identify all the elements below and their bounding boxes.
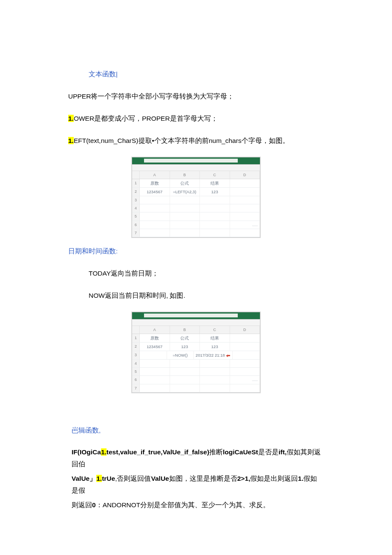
cell [140,196,170,204]
highlighted-number: 1. [68,137,74,144]
row-number: 1 [132,179,140,187]
column-header: D [230,171,260,179]
cell: 结果 [200,334,230,342]
text: 是否是 [258,448,279,456]
highlighted-number: 1. [96,475,102,482]
row-number: 6 [132,376,140,384]
row-number: 1 [132,334,140,342]
table-row: 1 原数 公式 结果 [132,179,260,188]
cell [140,384,170,392]
row-number: 5 [132,368,140,375]
cell [170,384,200,392]
paragraph-upper: UPPER将一个字符串中全部小写字母转换为大写字母； [68,90,324,102]
cell [200,204,230,212]
column-header: D [230,326,260,334]
cell [140,351,167,359]
document-page: 文本函数| UPPER将一个字符串中全部小写字母转换为大写字母； 1.OWER是… [0,0,392,555]
text: 如图，这里是推断是否 [169,475,237,482]
text: trUe [102,475,115,482]
text: ift, [279,448,287,456]
table-row: 7 [132,384,260,392]
row-number: 4 [132,204,140,212]
cell: 123 [200,343,230,351]
column-header: A [140,171,170,179]
cell [200,221,230,229]
cell: 公式 [170,179,200,187]
cell: 1234567 [140,188,170,196]
cell [140,360,170,367]
cell [230,384,260,392]
paragraph-if-line3: 则返回0：ANDORNOT分别是全部值为其、至少一个为其、求反。 [68,499,324,511]
highlighted-number: 1. [68,115,74,122]
cell [200,196,230,204]
screenshot-container: A B C D 1 原数 公式 结果 2 1234567 =LEFT(A2,3)… [68,157,324,245]
heading-text-functions: 文本函数| [68,68,324,80]
cell [140,204,170,212]
column-header: C [200,326,230,334]
text: ValUe」 [72,475,96,482]
text: test,value_if_true,ValUe_if_false) [107,448,209,456]
column-header: C [200,171,230,179]
column-header-row: A B C D [132,171,260,179]
arrow-left-icon [226,354,231,357]
cell: 原数 [140,179,170,187]
cell [170,368,200,375]
ribbon [132,157,260,165]
select-all [132,326,140,334]
cell [230,368,260,375]
cell [200,376,230,384]
table-row: 1 原数 公式 结果 [132,334,260,343]
text: ,否则返回值 [115,475,151,482]
cell: 2017/3/22 21:18 [194,351,233,359]
text: EFT(text,num_CharS)提取•个文本字符串的前num_chars个… [74,137,289,144]
cell: ___ [230,376,260,384]
cell [140,229,170,237]
row-number: 7 [132,229,140,237]
column-header-row: A B C D [132,326,260,334]
table-row: 4 [132,204,260,212]
cell [170,204,200,212]
table-row: 2 1234567 =LEFT(A2,3) 123 [132,188,260,196]
cell: 1234567 [140,343,170,351]
column-header: A [140,326,170,334]
cell [230,188,260,196]
cell [233,351,260,359]
cell: 结果 [200,179,230,187]
text: 推断 [209,448,223,456]
text: 1. [298,475,303,482]
row-number: 5 [132,212,140,220]
screenshot-container: A B C D 1 原数 公式 结果 2 1234567 123 123 3 [68,312,324,401]
table-row: 5 [132,368,260,376]
cell [170,360,200,367]
row-number: 6 [132,221,140,229]
column-header: B [170,326,200,334]
cell [170,229,200,237]
select-all [132,171,140,179]
text: ValUe [151,475,169,482]
cell: ___ [230,221,260,229]
cell: 原数 [140,334,170,342]
cell [200,360,230,367]
table-row: 6___ [132,221,260,229]
cell: =LEFT(A2,3) [170,188,200,196]
cell [140,221,170,229]
cell [230,343,260,351]
table-row: 2 1234567 123 123 [132,343,260,351]
excel-screenshot-now: A B C D 1 原数 公式 结果 2 1234567 123 123 3 [132,312,260,393]
text: ：ANDORNOT分别是全部值为其、至少一个为其、求反。 [96,501,270,509]
quick-access-toolbar [132,320,260,326]
cell [230,179,260,187]
text: OWER是都变成小写，PROPER是首字母大写； [74,115,218,122]
row-number: 4 [132,360,140,367]
row-number: 3 [132,196,140,204]
cell [140,376,170,384]
table-row: 3 =NOW() 2017/3/22 21:18 [132,351,260,360]
table-row: 6___ [132,376,260,384]
row-number: 2 [132,343,140,351]
cell [170,221,200,229]
cell [230,212,260,220]
cell [200,368,230,375]
text: logiCaUeSt [223,448,258,456]
paragraph-today: TODAY返向当前日期； [68,267,324,279]
text: 0 [92,501,96,509]
